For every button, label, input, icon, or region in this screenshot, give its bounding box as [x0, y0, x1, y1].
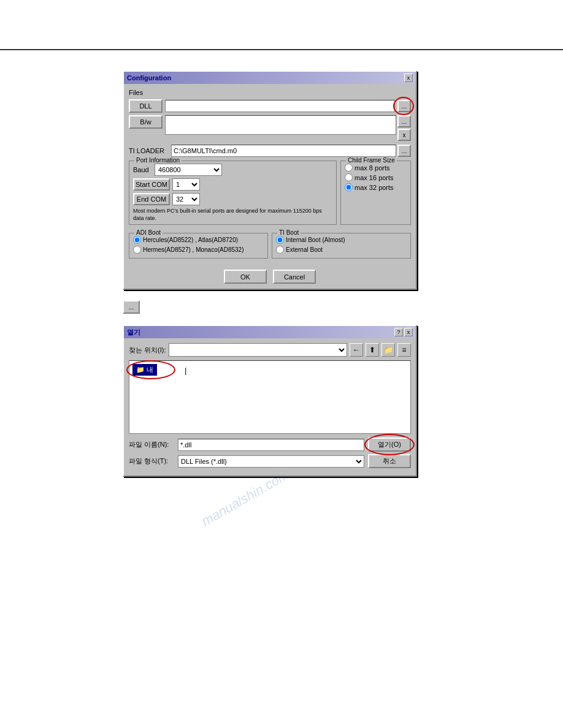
selected-item-container: 📁 내: [132, 364, 157, 376]
end-com-select[interactable]: 32: [172, 193, 200, 205]
baud-select[interactable]: 460800: [155, 164, 222, 176]
end-com-row: End COM 32: [133, 193, 332, 205]
folder-label: 내: [147, 365, 153, 374]
fw-delete-btn[interactable]: x: [397, 129, 411, 141]
filetype-select[interactable]: DLL Files (*.dll): [178, 455, 364, 468]
ti-radio2-row: External Boot: [276, 246, 407, 254]
open-btn-container: 열기(O): [368, 438, 411, 452]
page-container: manualshin.com manualshin.com Configurat…: [0, 0, 563, 728]
adi-boot-title: ADI Boot: [134, 229, 163, 236]
location-label: 찾는 위치(I):: [129, 346, 166, 355]
open-dialog: 열기 ? x 찾는 위치(I): ← ⬆ 📁 ≡: [123, 325, 417, 477]
end-com-btn[interactable]: End COM: [133, 193, 170, 205]
port-info-group: Port Information Baud 460800 Start COM 1: [129, 161, 337, 225]
filename-row: 파일 이름(N): 열기(O): [129, 438, 411, 452]
files-section-label: Files: [129, 89, 411, 96]
open-btn[interactable]: 열기(O): [368, 438, 411, 452]
config-dialog: Configuration x Files DLL ... B/w: [123, 70, 417, 290]
back-btn[interactable]: ←: [350, 343, 363, 357]
baud-label: Baud: [133, 166, 155, 173]
adi-radio2[interactable]: [133, 246, 141, 254]
new-folder-btn[interactable]: 📁: [381, 343, 395, 357]
radio-max16-label: max 16 ports: [354, 174, 394, 181]
dll-browse-container: ...: [396, 100, 411, 112]
config-title: Configuration: [127, 74, 171, 82]
cancel-btn[interactable]: Cancel: [273, 270, 316, 284]
adi-radio1[interactable]: [133, 236, 141, 244]
open-title-btns: ? x: [394, 328, 413, 336]
adi-boot-group: ADI Boot Hercules(AD8522) , Atlas(AD8720…: [129, 233, 268, 259]
ti-radio2[interactable]: [276, 246, 284, 254]
ti-radio1[interactable]: [276, 236, 284, 244]
child-frame-title: Child Frame Size: [346, 157, 397, 164]
config-footer: OK Cancel: [129, 267, 411, 284]
adi-radio2-row: Hermes(AD8527) , Monaco(AD8532): [133, 246, 264, 254]
config-close-btn[interactable]: x: [404, 74, 413, 82]
start-com-btn[interactable]: Start COM: [133, 178, 170, 191]
config-body: Files DLL ... B/w ... x: [124, 84, 416, 289]
ti-radio1-label: Internal Boot (Almost): [286, 237, 345, 243]
location-select[interactable]: [169, 343, 348, 357]
port-info-title: Port Information: [134, 157, 182, 164]
fw-label-btn[interactable]: B/w: [129, 115, 163, 129]
start-com-select[interactable]: 1: [172, 178, 200, 191]
tiloader-input[interactable]: [171, 145, 396, 157]
ti-radio1-row: Internal Boot (Almost): [276, 236, 407, 244]
selected-folder-item[interactable]: 📁 내: [132, 364, 157, 376]
radio-max8-row: max 8 ports: [345, 164, 407, 172]
dll-browse-btn[interactable]: ...: [397, 100, 411, 112]
filetype-row: 파일 형식(T): DLL Files (*.dll) 취소: [129, 454, 411, 468]
fw-textarea[interactable]: [165, 115, 396, 135]
filetype-label: 파일 형식(T):: [129, 457, 178, 466]
ti-radio2-label: External Boot: [286, 246, 323, 253]
up-btn[interactable]: ⬆: [366, 343, 379, 357]
port-child-sections: Port Information Baud 460800 Start COM 1: [129, 161, 411, 228]
radio-max32[interactable]: [345, 183, 353, 191]
tiloader-row: TI LOADER ...: [129, 145, 411, 157]
start-com-row: Start COM 1: [133, 178, 332, 191]
filename-label: 파일 이름(N):: [129, 440, 178, 449]
radio-max8-label: max 8 ports: [354, 164, 389, 172]
adi-radio2-label: Hermes(AD8527) , Monaco(AD8532): [143, 246, 244, 253]
radio-max32-row: max 32 ports: [345, 183, 407, 191]
small-btn-indicator[interactable]: ...: [123, 300, 140, 314]
ti-boot-title: TI Boot: [277, 229, 301, 236]
open-title: 열기: [127, 328, 140, 337]
open-dialog-body: 찾는 위치(I): ← ⬆ 📁 ≡ 📁 내: [124, 338, 416, 476]
cursor-indicator: |: [185, 366, 186, 375]
dll-input[interactable]: [165, 100, 395, 112]
baud-row: Baud 460800: [133, 164, 332, 176]
open-titlebar: 열기 ? x: [124, 326, 416, 338]
filename-input[interactable]: [178, 439, 364, 451]
open-help-btn[interactable]: ?: [394, 328, 403, 336]
open-close-btn[interactable]: x: [404, 328, 413, 336]
fw-browse-btn[interactable]: ...: [397, 115, 411, 127]
child-frame-group: Child Frame Size max 8 ports max 16 port…: [340, 161, 411, 225]
radio-max16-row: max 16 ports: [345, 173, 407, 181]
ok-btn[interactable]: OK: [224, 270, 267, 284]
fw-row: B/w ... x: [129, 115, 411, 142]
menu-btn[interactable]: ≡: [397, 343, 411, 357]
folder-icon: 📁: [136, 366, 145, 374]
dll-row: DLL ...: [129, 99, 411, 113]
radio-max16[interactable]: [345, 173, 353, 181]
adi-radio1-label: Hercules(AD8522) , Atlas(AD8720): [143, 237, 238, 243]
radio-max8[interactable]: [345, 164, 353, 172]
dll-label-btn[interactable]: DLL: [129, 99, 163, 113]
file-browser-area[interactable]: 📁 내 |: [129, 360, 411, 434]
config-titlebar: Configuration x: [124, 72, 416, 84]
adi-radio1-row: Hercules(AD8522) , Atlas(AD8720): [133, 236, 264, 244]
port-note: Most modern PC's built-in serial ports a…: [133, 208, 332, 222]
tiloader-browse-btn[interactable]: ...: [397, 145, 411, 157]
radio-max32-label: max 32 ports: [354, 184, 394, 191]
boot-sections: ADI Boot Hercules(AD8522) , Atlas(AD8720…: [129, 233, 411, 262]
fw-buttons: ... x: [397, 115, 411, 142]
ti-boot-group: TI Boot Internal Boot (Almost) External …: [272, 233, 411, 259]
tiloader-label: TI LOADER: [129, 147, 169, 154]
location-row: 찾는 위치(I): ← ⬆ 📁 ≡: [129, 343, 411, 357]
top-divider: [0, 49, 563, 50]
open-cancel-btn[interactable]: 취소: [368, 454, 411, 468]
